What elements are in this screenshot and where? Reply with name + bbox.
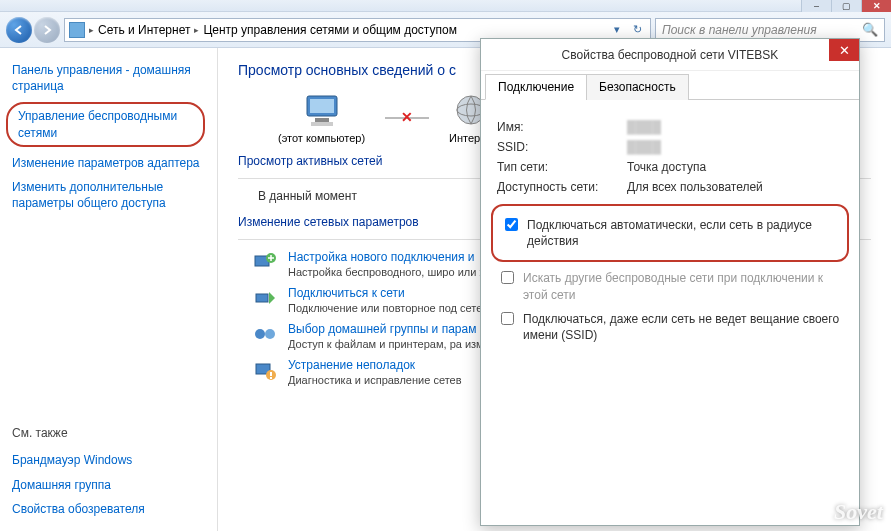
window-buttons: – ▢ ✕ [801,0,891,12]
wireless-properties-dialog: Свойства беспроводной сети VITEBSK ✕ Под… [480,38,860,526]
sidebar: Панель управления - домашняя страница Уп… [0,48,218,531]
dialog-body: Имя: ████ SSID: ████ Тип сети: Точка дос… [481,100,859,365]
dialog-close-button[interactable]: ✕ [829,39,859,61]
homegroup-icon [252,322,278,348]
disconnected-icon: ✕ [401,109,413,125]
search-icon: 🔍 [862,22,878,37]
task-desc: Диагностика и исправление сетев [288,374,462,386]
dialog-title: Свойства беспроводной сети VITEBSK ✕ [481,39,859,71]
prop-ssid-value: ████ [627,140,661,154]
new-connection-icon [252,250,278,276]
checkbox-auto-connect[interactable]: Подключаться автоматически, если сеть в … [501,217,839,249]
tab-security[interactable]: Безопасность [586,74,689,100]
svg-rect-13 [270,372,272,376]
dialog-tabs: Подключение Безопасность [481,71,859,100]
this-pc-icon: (этот компьютер) [278,92,365,144]
highlight-annotation: Подключаться автоматически, если сеть в … [491,204,849,262]
tab-connection[interactable]: Подключение [485,74,587,100]
address-bar-buttons: ▾ ↻ [608,21,646,39]
svg-rect-2 [315,118,329,122]
prop-ssid: SSID: ████ [497,140,843,154]
svg-point-9 [255,329,265,339]
chevron-right-icon: ▸ [89,25,94,35]
prop-name: Имя: ████ [497,120,843,134]
search-placeholder: Поиск в панели управления [662,23,817,37]
highlight-annotation: Управление беспроводными сетями [6,102,205,146]
prop-type-value: Точка доступа [627,160,706,174]
checkbox-input[interactable] [505,218,518,231]
prop-availability: Доступность сети: Для всех пользователей [497,180,843,194]
sidebar-adapter[interactable]: Изменение параметров адаптера [12,155,205,171]
sidebar-see-also-label: См. также [12,426,205,440]
arrow-left-icon [13,24,25,36]
nav-arrow-group [6,17,60,43]
checkbox-connect-hidden[interactable]: Подключаться, даже если сеть не ведет ве… [497,311,843,343]
window-close-button[interactable]: ✕ [861,0,891,12]
forward-button[interactable] [34,17,60,43]
svg-rect-14 [270,377,272,379]
svg-point-10 [265,329,275,339]
dropdown-icon[interactable]: ▾ [608,21,626,39]
svg-rect-8 [256,294,268,302]
connection-line: ✕ [385,117,429,119]
prop-type: Тип сети: Точка доступа [497,160,843,174]
minimize-button[interactable]: – [801,0,831,12]
checkbox-input[interactable] [501,271,514,284]
control-panel-icon [69,22,85,38]
sidebar-homegroup[interactable]: Домашняя группа [12,477,205,493]
checkbox-input[interactable] [501,312,514,325]
sidebar-home[interactable]: Панель управления - домашняя страница [12,62,205,94]
sidebar-firewall[interactable]: Брандмауэр Windows [12,452,205,468]
chevron-right-icon: ▸ [194,25,199,35]
svg-rect-3 [311,122,333,126]
prop-availability-value: Для всех пользователей [627,180,763,194]
maximize-button[interactable]: ▢ [831,0,861,12]
this-pc-label: (этот компьютер) [278,132,365,144]
refresh-icon[interactable]: ↻ [628,21,646,39]
computer-icon [301,92,343,130]
sidebar-wireless[interactable]: Управление беспроводными сетями [18,108,193,140]
task-link[interactable]: Устранение неполадок [288,358,462,372]
sidebar-sharing[interactable]: Изменить дополнительные параметры общего… [12,179,205,211]
troubleshoot-icon [252,358,278,384]
connect-icon [252,286,278,312]
back-button[interactable] [6,17,32,43]
checkbox-search-other[interactable]: Искать другие беспроводные сети при подк… [497,270,843,302]
arrow-right-icon [41,24,53,36]
breadcrumb-part[interactable]: Центр управления сетями и общим доступом [203,23,457,37]
sidebar-ie[interactable]: Свойства обозревателя [12,501,205,517]
prop-name-value: ████ [627,120,661,134]
breadcrumb-part[interactable]: Сеть и Интернет [98,23,190,37]
svg-rect-1 [310,99,334,113]
window-titlebar: – ▢ ✕ [0,0,891,12]
